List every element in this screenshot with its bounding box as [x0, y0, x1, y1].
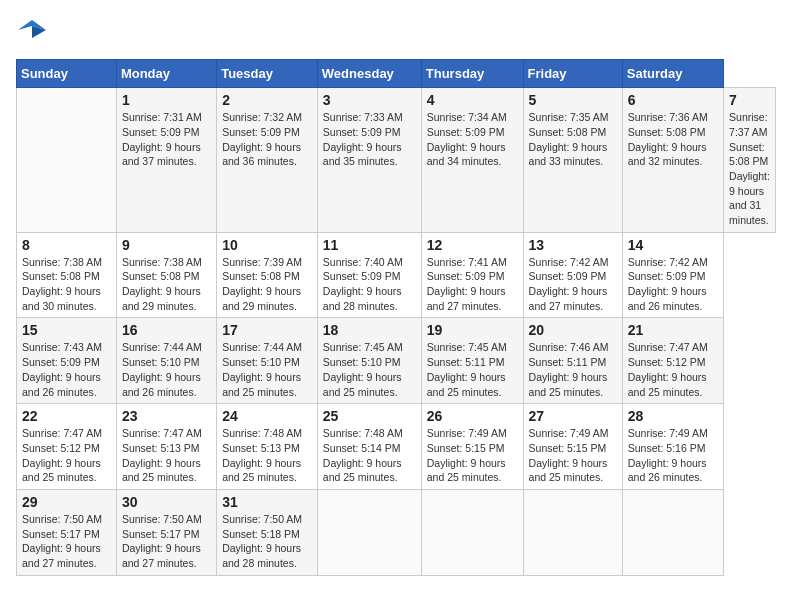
day-number: 21 [628, 322, 718, 338]
weekday-tuesday: Tuesday [217, 60, 318, 88]
day-info: Sunrise: 7:38 AMSunset: 5:08 PMDaylight:… [122, 255, 211, 314]
day-number: 28 [628, 408, 718, 424]
day-info: Sunrise: 7:42 AMSunset: 5:09 PMDaylight:… [529, 255, 617, 314]
day-cell-18: 18Sunrise: 7:45 AMSunset: 5:10 PMDayligh… [317, 318, 421, 404]
day-info: Sunrise: 7:32 AMSunset: 5:09 PMDaylight:… [222, 110, 312, 169]
day-info: Sunrise: 7:50 AMSunset: 5:17 PMDaylight:… [122, 512, 211, 571]
day-cell-29: 29Sunrise: 7:50 AMSunset: 5:17 PMDayligh… [17, 489, 117, 575]
day-number: 8 [22, 237, 111, 253]
day-cell-2: 2Sunrise: 7:32 AMSunset: 5:09 PMDaylight… [217, 88, 318, 233]
day-cell-16: 16Sunrise: 7:44 AMSunset: 5:10 PMDayligh… [116, 318, 216, 404]
day-cell-4: 4Sunrise: 7:34 AMSunset: 5:09 PMDaylight… [421, 88, 523, 233]
day-number: 31 [222, 494, 312, 510]
day-number: 17 [222, 322, 312, 338]
calendar-week-3: 15Sunrise: 7:43 AMSunset: 5:09 PMDayligh… [17, 318, 776, 404]
day-info: Sunrise: 7:44 AMSunset: 5:10 PMDaylight:… [122, 340, 211, 399]
day-number: 9 [122, 237, 211, 253]
day-number: 19 [427, 322, 518, 338]
day-cell-15: 15Sunrise: 7:43 AMSunset: 5:09 PMDayligh… [17, 318, 117, 404]
day-number: 11 [323, 237, 416, 253]
day-number: 13 [529, 237, 617, 253]
day-cell-13: 13Sunrise: 7:42 AMSunset: 5:09 PMDayligh… [523, 232, 622, 318]
weekday-monday: Monday [116, 60, 216, 88]
day-info: Sunrise: 7:31 AMSunset: 5:09 PMDaylight:… [122, 110, 211, 169]
calendar-week-4: 22Sunrise: 7:47 AMSunset: 5:12 PMDayligh… [17, 404, 776, 490]
weekday-wednesday: Wednesday [317, 60, 421, 88]
calendar-week-1: 1Sunrise: 7:31 AMSunset: 5:09 PMDaylight… [17, 88, 776, 233]
day-cell-6: 6Sunrise: 7:36 AMSunset: 5:08 PMDaylight… [622, 88, 723, 233]
day-number: 27 [529, 408, 617, 424]
day-number: 23 [122, 408, 211, 424]
day-number: 5 [529, 92, 617, 108]
day-info: Sunrise: 7:45 AMSunset: 5:10 PMDaylight:… [323, 340, 416, 399]
day-number: 16 [122, 322, 211, 338]
day-cell-20: 20Sunrise: 7:46 AMSunset: 5:11 PMDayligh… [523, 318, 622, 404]
logo-text [16, 16, 46, 49]
day-cell-14: 14Sunrise: 7:42 AMSunset: 5:09 PMDayligh… [622, 232, 723, 318]
empty-cell [317, 489, 421, 575]
day-info: Sunrise: 7:50 AMSunset: 5:18 PMDaylight:… [222, 512, 312, 571]
day-cell-24: 24Sunrise: 7:48 AMSunset: 5:13 PMDayligh… [217, 404, 318, 490]
day-number: 2 [222, 92, 312, 108]
calendar-table: SundayMondayTuesdayWednesdayThursdayFrid… [16, 59, 776, 576]
empty-cell [523, 489, 622, 575]
day-cell-8: 8Sunrise: 7:38 AMSunset: 5:08 PMDaylight… [17, 232, 117, 318]
calendar-week-5: 29Sunrise: 7:50 AMSunset: 5:17 PMDayligh… [17, 489, 776, 575]
day-info: Sunrise: 7:42 AMSunset: 5:09 PMDaylight:… [628, 255, 718, 314]
day-info: Sunrise: 7:48 AMSunset: 5:14 PMDaylight:… [323, 426, 416, 485]
day-info: Sunrise: 7:44 AMSunset: 5:10 PMDaylight:… [222, 340, 312, 399]
day-cell-5: 5Sunrise: 7:35 AMSunset: 5:08 PMDaylight… [523, 88, 622, 233]
day-number: 30 [122, 494, 211, 510]
day-info: Sunrise: 7:48 AMSunset: 5:13 PMDaylight:… [222, 426, 312, 485]
day-info: Sunrise: 7:43 AMSunset: 5:09 PMDaylight:… [22, 340, 111, 399]
day-info: Sunrise: 7:35 AMSunset: 5:08 PMDaylight:… [529, 110, 617, 169]
day-number: 7 [729, 92, 770, 108]
day-cell-1: 1Sunrise: 7:31 AMSunset: 5:09 PMDaylight… [116, 88, 216, 233]
day-cell-12: 12Sunrise: 7:41 AMSunset: 5:09 PMDayligh… [421, 232, 523, 318]
day-info: Sunrise: 7:33 AMSunset: 5:09 PMDaylight:… [323, 110, 416, 169]
day-number: 18 [323, 322, 416, 338]
day-info: Sunrise: 7:46 AMSunset: 5:11 PMDaylight:… [529, 340, 617, 399]
day-cell-31: 31Sunrise: 7:50 AMSunset: 5:18 PMDayligh… [217, 489, 318, 575]
logo [16, 16, 46, 49]
day-cell-11: 11Sunrise: 7:40 AMSunset: 5:09 PMDayligh… [317, 232, 421, 318]
day-info: Sunrise: 7:41 AMSunset: 5:09 PMDaylight:… [427, 255, 518, 314]
day-info: Sunrise: 7:37 AMSunset: 5:08 PMDaylight:… [729, 110, 770, 228]
day-info: Sunrise: 7:38 AMSunset: 5:08 PMDaylight:… [22, 255, 111, 314]
day-info: Sunrise: 7:49 AMSunset: 5:16 PMDaylight:… [628, 426, 718, 485]
day-number: 3 [323, 92, 416, 108]
weekday-sunday: Sunday [17, 60, 117, 88]
day-cell-27: 27Sunrise: 7:49 AMSunset: 5:15 PMDayligh… [523, 404, 622, 490]
page-header [16, 16, 776, 49]
day-number: 6 [628, 92, 718, 108]
day-info: Sunrise: 7:49 AMSunset: 5:15 PMDaylight:… [529, 426, 617, 485]
day-info: Sunrise: 7:50 AMSunset: 5:17 PMDaylight:… [22, 512, 111, 571]
day-cell-3: 3Sunrise: 7:33 AMSunset: 5:09 PMDaylight… [317, 88, 421, 233]
day-number: 10 [222, 237, 312, 253]
day-number: 29 [22, 494, 111, 510]
day-info: Sunrise: 7:45 AMSunset: 5:11 PMDaylight:… [427, 340, 518, 399]
weekday-saturday: Saturday [622, 60, 723, 88]
logo-bird-icon [18, 16, 46, 44]
day-cell-28: 28Sunrise: 7:49 AMSunset: 5:16 PMDayligh… [622, 404, 723, 490]
day-info: Sunrise: 7:47 AMSunset: 5:12 PMDaylight:… [22, 426, 111, 485]
weekday-header-row: SundayMondayTuesdayWednesdayThursdayFrid… [17, 60, 776, 88]
calendar-week-2: 8Sunrise: 7:38 AMSunset: 5:08 PMDaylight… [17, 232, 776, 318]
day-number: 12 [427, 237, 518, 253]
day-cell-10: 10Sunrise: 7:39 AMSunset: 5:08 PMDayligh… [217, 232, 318, 318]
weekday-friday: Friday [523, 60, 622, 88]
day-number: 20 [529, 322, 617, 338]
day-number: 25 [323, 408, 416, 424]
day-cell-22: 22Sunrise: 7:47 AMSunset: 5:12 PMDayligh… [17, 404, 117, 490]
day-cell-25: 25Sunrise: 7:48 AMSunset: 5:14 PMDayligh… [317, 404, 421, 490]
day-info: Sunrise: 7:39 AMSunset: 5:08 PMDaylight:… [222, 255, 312, 314]
day-number: 4 [427, 92, 518, 108]
day-number: 22 [22, 408, 111, 424]
day-number: 26 [427, 408, 518, 424]
empty-cell [622, 489, 723, 575]
day-cell-17: 17Sunrise: 7:44 AMSunset: 5:10 PMDayligh… [217, 318, 318, 404]
day-info: Sunrise: 7:47 AMSunset: 5:12 PMDaylight:… [628, 340, 718, 399]
day-cell-23: 23Sunrise: 7:47 AMSunset: 5:13 PMDayligh… [116, 404, 216, 490]
day-cell-30: 30Sunrise: 7:50 AMSunset: 5:17 PMDayligh… [116, 489, 216, 575]
day-info: Sunrise: 7:36 AMSunset: 5:08 PMDaylight:… [628, 110, 718, 169]
